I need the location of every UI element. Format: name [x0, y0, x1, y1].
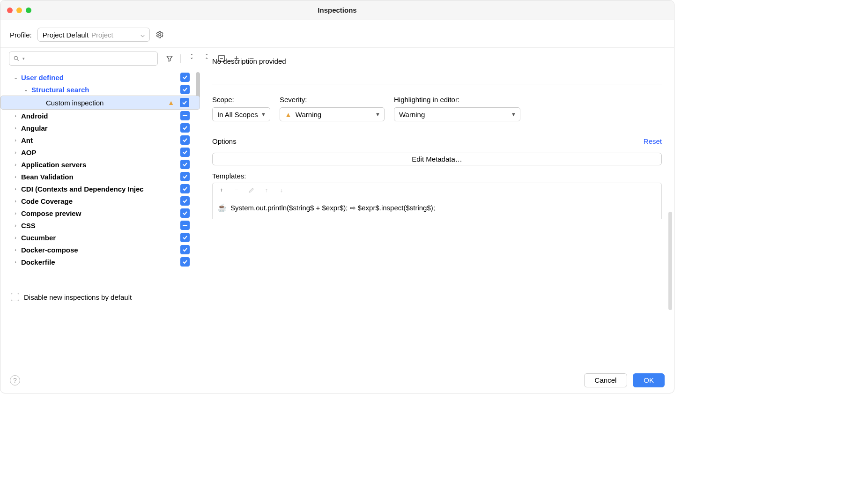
- templates-label: Templates:: [212, 172, 662, 180]
- chevron-right-icon[interactable]: ›: [12, 186, 19, 192]
- tree-item-label: CSS: [21, 222, 36, 230]
- move-down-icon: ↓: [277, 186, 286, 194]
- severity-select[interactable]: ▲ Warning ▼: [280, 107, 385, 121]
- chevron-down-icon: ⌵: [141, 30, 145, 39]
- search-input[interactable]: ▾: [9, 52, 158, 66]
- tree-checkbox[interactable]: [180, 208, 190, 218]
- chevron-down-icon[interactable]: ⌄: [12, 74, 19, 81]
- java-icon: ☕: [217, 203, 227, 212]
- move-up-icon: ↑: [262, 186, 271, 194]
- ok-button[interactable]: OK: [633, 373, 665, 387]
- svg-point-0: [158, 34, 161, 36]
- profile-suffix: Project: [91, 31, 113, 39]
- tree-item-label: Docker-compose: [21, 246, 78, 254]
- inspection-tree[interactable]: ⌄User defined⌄Structural searchCustom in…: [0, 69, 200, 286]
- tree-row[interactable]: ›Code Coverage: [0, 195, 200, 207]
- remove-template-icon: −: [232, 186, 241, 194]
- templates-toolbar: + − ↑ ↓: [212, 183, 662, 197]
- cancel-button[interactable]: Cancel: [584, 373, 628, 387]
- chevron-right-icon[interactable]: ›: [12, 247, 19, 252]
- tree-item-label: User defined: [21, 74, 64, 82]
- tree-checkbox[interactable]: [180, 123, 190, 133]
- tree-row[interactable]: ⌄Structural search: [0, 83, 200, 96]
- tree-item-label: Application servers: [21, 161, 86, 169]
- tree-item-label: Code Coverage: [21, 197, 73, 205]
- chevron-right-icon[interactable]: ›: [12, 125, 19, 131]
- svg-rect-6: [183, 225, 187, 226]
- scope-label: Scope:: [212, 96, 270, 104]
- disable-new-checkbox[interactable]: [11, 293, 19, 301]
- warning-icon: ▲: [285, 111, 292, 119]
- tree-item-label: Android: [21, 112, 48, 120]
- tree-checkbox[interactable]: [180, 85, 190, 94]
- tree-checkbox[interactable]: [180, 257, 190, 267]
- tree-checkbox[interactable]: [180, 221, 190, 230]
- profile-row: Profile: Project Default Project ⌵: [0, 20, 674, 47]
- svg-point-1: [14, 56, 17, 59]
- help-button[interactable]: ?: [10, 375, 20, 385]
- edit-template-icon: [247, 186, 256, 194]
- tree-row[interactable]: ⌄User defined: [0, 71, 200, 83]
- tree-row[interactable]: ›Ant: [0, 134, 200, 146]
- chevron-right-icon[interactable]: ›: [12, 162, 19, 167]
- detail-scrollbar[interactable]: [668, 212, 672, 310]
- add-template-icon[interactable]: +: [217, 186, 226, 194]
- chevron-down-icon[interactable]: ⌄: [22, 87, 30, 93]
- tree-row[interactable]: ›CSS: [0, 219, 200, 231]
- reset-link[interactable]: Reset: [644, 137, 662, 145]
- chevron-right-icon[interactable]: ›: [12, 259, 19, 265]
- tree-checkbox[interactable]: [180, 73, 190, 82]
- tree-row[interactable]: ›Android: [0, 110, 200, 122]
- highlighting-label: Highlighting in editor:: [394, 96, 520, 104]
- svg-rect-5: [183, 115, 187, 116]
- chevron-down-icon: ▼: [261, 111, 266, 117]
- tree-checkbox[interactable]: [180, 148, 190, 157]
- chevron-down-icon: ▼: [511, 111, 516, 117]
- chevron-right-icon[interactable]: ›: [12, 210, 19, 216]
- chevron-right-icon[interactable]: ›: [12, 113, 19, 119]
- tree-checkbox[interactable]: [180, 233, 190, 242]
- tree-checkbox[interactable]: [180, 196, 190, 206]
- tree-row[interactable]: ›CDI (Contexts and Dependency Injec: [0, 183, 200, 195]
- tree-item-label: Angular: [21, 124, 48, 132]
- tree-checkbox[interactable]: [180, 111, 190, 120]
- chevron-right-icon[interactable]: ›: [12, 174, 19, 179]
- tree-row[interactable]: ›AOP: [0, 146, 200, 158]
- edit-metadata-button[interactable]: Edit Metadata…: [212, 153, 662, 165]
- tree-row[interactable]: ›Cucumber: [0, 231, 200, 244]
- profile-value: Project Default: [43, 31, 89, 39]
- highlighting-select[interactable]: Warning ▼: [394, 107, 520, 121]
- chevron-right-icon[interactable]: ›: [12, 198, 19, 204]
- profile-label: Profile:: [10, 31, 32, 39]
- chevron-right-icon[interactable]: ›: [12, 149, 19, 155]
- tree-checkbox[interactable]: [180, 184, 190, 193]
- tree-checkbox[interactable]: [180, 245, 190, 254]
- chevron-right-icon[interactable]: ›: [12, 137, 19, 143]
- template-row[interactable]: ☕ System.out.println($string$ + $expr$);…: [212, 197, 662, 219]
- tree-row[interactable]: ›Docker-compose: [0, 244, 200, 256]
- tree-row[interactable]: Custom inspection▲: [0, 96, 200, 110]
- expand-all-icon[interactable]: ˄˅: [187, 54, 196, 63]
- tree-row[interactable]: ›Bean Validation: [0, 170, 200, 183]
- filter-icon[interactable]: [165, 54, 174, 63]
- tree-item-label: Custom inspection: [46, 99, 104, 107]
- titlebar: Inspections: [0, 0, 674, 20]
- chevron-right-icon[interactable]: ›: [12, 222, 19, 228]
- profile-select[interactable]: Project Default Project ⌵: [37, 28, 150, 42]
- chevron-right-icon[interactable]: ›: [12, 235, 19, 240]
- tree-row[interactable]: ›Dockerfile: [0, 256, 200, 268]
- disable-new-label: Disable new inspections by default: [24, 293, 132, 301]
- tree-item-label: Ant: [21, 136, 33, 144]
- scope-select[interactable]: In All Scopes ▼: [212, 107, 270, 121]
- tree-checkbox[interactable]: [180, 160, 190, 169]
- tree-row[interactable]: ›Compose preview: [0, 207, 200, 219]
- tree-row[interactable]: ›Angular: [0, 122, 200, 134]
- left-panel: ▾ ˄˅ ˅˄ + − ⌄User defined⌄Structural sea…: [0, 48, 200, 308]
- gear-icon[interactable]: [156, 30, 164, 39]
- options-label: Options: [212, 137, 237, 145]
- tree-row[interactable]: ›Application servers: [0, 158, 200, 170]
- tree-checkbox[interactable]: [180, 98, 189, 107]
- tree-checkbox[interactable]: [180, 172, 190, 181]
- tree-checkbox[interactable]: [180, 135, 190, 145]
- tree-item-label: Cucumber: [21, 234, 56, 242]
